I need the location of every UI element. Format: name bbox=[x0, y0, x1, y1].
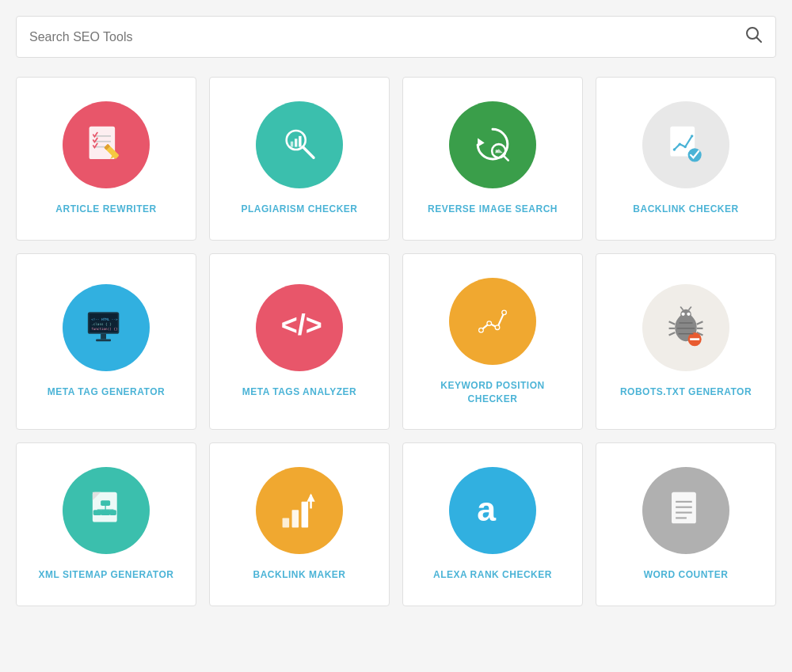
icon-circle-keyword-position-checker bbox=[449, 278, 536, 365]
robots-txt-generator-icon bbox=[662, 304, 710, 351]
svg-rect-69 bbox=[283, 518, 290, 528]
icon-circle-plagiarism-checker bbox=[256, 101, 343, 188]
svg-point-18 bbox=[495, 150, 497, 152]
svg-rect-30 bbox=[101, 334, 106, 340]
svg-point-40 bbox=[479, 328, 482, 332]
svg-text:.class { }: .class { } bbox=[91, 322, 112, 326]
svg-rect-71 bbox=[302, 502, 309, 528]
icon-circle-article-rewriter bbox=[63, 101, 150, 188]
article-rewriter-icon bbox=[82, 121, 130, 169]
svg-rect-66 bbox=[93, 511, 101, 516]
meta-tags-analyzer-icon: </> bbox=[276, 304, 323, 351]
svg-text:</>: </> bbox=[281, 309, 322, 341]
card-plagiarism-checker[interactable]: PLAGIARISM CHECKER bbox=[209, 77, 390, 241]
label-article-rewriter: ARTICLE REWRITER bbox=[55, 203, 156, 216]
icon-circle-meta-tag-generator: <!-- HTML --> .class { } function() {} bbox=[63, 284, 150, 371]
svg-point-20 bbox=[673, 148, 676, 150]
backlink-maker-icon bbox=[276, 487, 323, 534]
card-article-rewriter[interactable]: ARTICLE REWRITER bbox=[16, 77, 196, 241]
svg-point-42 bbox=[496, 325, 499, 328]
svg-point-43 bbox=[502, 311, 505, 314]
label-alexa-rank-checker: ALEXA RANK CHECKER bbox=[433, 568, 552, 582]
keyword-position-checker-icon bbox=[469, 298, 516, 345]
svg-text:<!-- HTML -->: <!-- HTML --> bbox=[91, 317, 118, 321]
svg-text:function() {}: function() {} bbox=[91, 327, 118, 331]
svg-point-21 bbox=[679, 142, 681, 145]
svg-rect-63 bbox=[101, 501, 110, 507]
svg-marker-14 bbox=[478, 138, 485, 146]
svg-rect-11 bbox=[291, 142, 293, 147]
card-meta-tag-generator[interactable]: <!-- HTML --> .class { } function() {} M… bbox=[16, 253, 196, 431]
svg-point-46 bbox=[681, 313, 684, 316]
plagiarism-checker-icon bbox=[276, 121, 323, 169]
card-meta-tags-analyzer[interactable]: </> META TAGS ANALYZER bbox=[209, 253, 390, 431]
card-reverse-image-search[interactable]: REVERSE IMAGE SEARCH bbox=[402, 77, 583, 241]
card-alexa-rank-checker[interactable]: a ALEXA RANK CHECKER bbox=[402, 442, 583, 606]
label-plagiarism-checker: PLAGIARISM CHECKER bbox=[241, 203, 357, 216]
svg-line-49 bbox=[688, 307, 691, 310]
card-backlink-maker[interactable]: BACKLINK MAKER bbox=[209, 442, 390, 606]
svg-rect-31 bbox=[96, 340, 111, 342]
icon-circle-xml-sitemap-generator bbox=[63, 467, 150, 554]
alexa-rank-checker-icon: a bbox=[469, 487, 516, 534]
card-keyword-position-checker[interactable]: KEYWORD POSITION CHECKER bbox=[402, 253, 583, 431]
label-backlink-maker: BACKLINK MAKER bbox=[253, 568, 346, 582]
svg-line-52 bbox=[669, 332, 676, 335]
svg-line-16 bbox=[504, 156, 508, 161]
icon-circle-reverse-image-search bbox=[449, 101, 536, 188]
svg-line-39 bbox=[497, 313, 505, 328]
label-meta-tags-analyzer: META TAGS ANALYZER bbox=[242, 385, 357, 399]
label-xml-sitemap-generator: XML SITEMAP GENERATOR bbox=[39, 568, 174, 582]
xml-sitemap-generator-icon bbox=[82, 487, 130, 534]
svg-line-50 bbox=[669, 321, 676, 324]
icon-circle-backlink-checker bbox=[642, 101, 729, 188]
card-xml-sitemap-generator[interactable]: XML SITEMAP GENERATOR bbox=[16, 442, 196, 606]
svg-rect-68 bbox=[109, 511, 116, 516]
svg-point-41 bbox=[488, 321, 491, 325]
svg-rect-67 bbox=[101, 511, 110, 516]
label-keyword-position-checker: KEYWORD POSITION CHECKER bbox=[416, 379, 569, 406]
label-reverse-image-search: REVERSE IMAGE SEARCH bbox=[428, 203, 558, 216]
icon-circle-alexa-rank-checker: a bbox=[449, 467, 536, 554]
tools-grid: ARTICLE REWRITER PLAGIARISM CHECKER bbox=[16, 77, 776, 606]
svg-line-53 bbox=[697, 321, 703, 324]
svg-line-1 bbox=[757, 38, 762, 43]
svg-rect-70 bbox=[292, 511, 299, 528]
word-counter-icon bbox=[662, 487, 710, 534]
label-word-counter: WORD COUNTER bbox=[644, 568, 729, 582]
card-word-counter[interactable]: WORD COUNTER bbox=[596, 442, 776, 606]
meta-tag-generator-icon: <!-- HTML --> .class { } function() {} bbox=[82, 304, 130, 351]
svg-line-10 bbox=[303, 147, 314, 158]
label-robots-txt-generator: ROBOTS.TXT GENERATOR bbox=[620, 385, 752, 399]
svg-marker-73 bbox=[307, 494, 314, 502]
svg-rect-13 bbox=[299, 136, 301, 147]
search-container bbox=[16, 16, 776, 58]
svg-text:a: a bbox=[477, 490, 497, 528]
search-input[interactable] bbox=[29, 30, 745, 44]
label-meta-tag-generator: META TAG GENERATOR bbox=[48, 385, 165, 399]
search-bar bbox=[16, 16, 776, 58]
reverse-image-search-icon bbox=[469, 121, 516, 169]
card-backlink-checker[interactable]: BACKLINK CHECKER bbox=[596, 77, 776, 241]
icon-circle-word-counter bbox=[642, 467, 729, 554]
icon-circle-backlink-maker bbox=[256, 467, 343, 554]
svg-point-47 bbox=[687, 313, 690, 316]
backlink-checker-icon bbox=[662, 121, 710, 169]
icon-circle-robots-txt-generator bbox=[642, 284, 729, 371]
svg-line-48 bbox=[680, 307, 683, 310]
svg-rect-12 bbox=[295, 139, 297, 146]
icon-circle-meta-tags-analyzer: </> bbox=[256, 284, 343, 371]
search-icon[interactable] bbox=[745, 26, 763, 47]
label-backlink-checker: BACKLINK CHECKER bbox=[633, 203, 738, 216]
card-robots-txt-generator[interactable]: ROBOTS.TXT GENERATOR bbox=[596, 253, 776, 431]
svg-point-22 bbox=[683, 146, 686, 148]
svg-point-23 bbox=[691, 135, 693, 137]
